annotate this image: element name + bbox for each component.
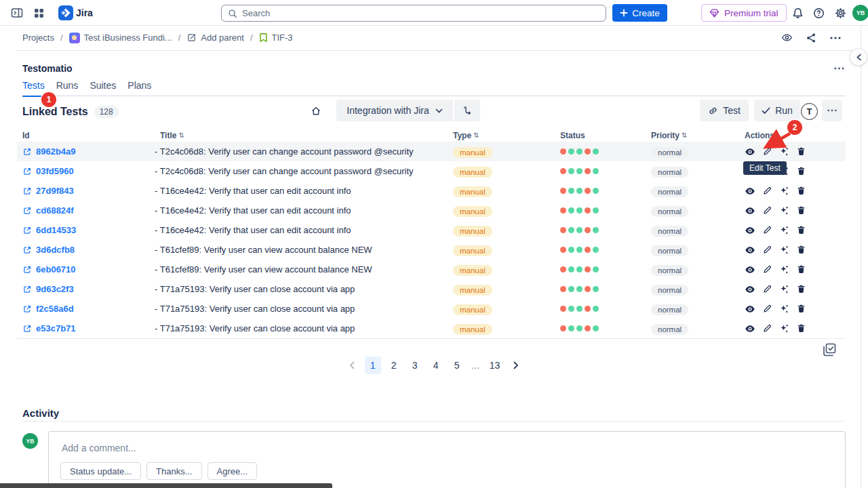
test-id-link[interactable]: f2c58a6d: [36, 304, 74, 314]
column-header-priority[interactable]: Priority⇅: [651, 131, 745, 140]
test-id-link[interactable]: 8962b4a9: [36, 146, 76, 157]
edit-test-icon[interactable]: [762, 225, 772, 236]
page-2[interactable]: 2: [386, 357, 402, 374]
view-test-icon[interactable]: [745, 205, 755, 216]
column-header-type[interactable]: Type⇅: [453, 131, 560, 140]
user-avatar[interactable]: YB: [852, 5, 868, 21]
delete-test-icon[interactable]: [795, 323, 806, 334]
add-parent-link[interactable]: Add parent: [186, 33, 244, 43]
quick-reply-button[interactable]: Agree...: [208, 462, 258, 480]
tab-suites[interactable]: Suites: [90, 80, 116, 96]
panel-actions-more-button[interactable]: [822, 100, 842, 121]
ai-sparkles-icon[interactable]: [778, 323, 789, 334]
view-test-icon[interactable]: [745, 304, 755, 314]
edit-test-icon[interactable]: [762, 245, 772, 256]
ai-sparkles-icon[interactable]: [778, 284, 789, 295]
test-id-link[interactable]: e53c7b71: [36, 323, 76, 333]
delete-test-icon[interactable]: [795, 245, 806, 256]
tree-view-icon[interactable]: [454, 100, 480, 121]
edit-test-icon[interactable]: [762, 284, 772, 295]
view-test-icon[interactable]: [745, 146, 755, 157]
view-test-icon[interactable]: [745, 225, 755, 236]
breadcrumb-projects-link[interactable]: Projects: [22, 33, 54, 43]
tab-runs[interactable]: Runs: [56, 80, 79, 96]
comment-placeholder[interactable]: Add a comment...: [62, 443, 845, 453]
ai-sparkles-icon[interactable]: [778, 186, 789, 197]
notifications-bell-icon[interactable]: [792, 7, 804, 19]
ai-sparkles-icon[interactable]: [778, 245, 789, 256]
breadcrumb-project-link[interactable]: Test iBusiness Fundi...: [69, 33, 172, 43]
home-icon[interactable]: [307, 102, 326, 120]
breadcrumb-more-icon[interactable]: [825, 28, 846, 47]
id-cell: 03fd5960: [17, 166, 155, 176]
edit-test-icon[interactable]: [762, 264, 772, 275]
app-switcher-icon[interactable]: [33, 7, 45, 19]
tab-plans[interactable]: Plans: [127, 80, 151, 96]
status-dots: [560, 325, 651, 331]
external-link-icon: [22, 206, 32, 216]
sidebar-toggle-icon[interactable]: [11, 7, 23, 19]
test-id-link[interactable]: 3d6dcfb8: [36, 245, 75, 255]
issue-key-link[interactable]: TIF-3: [259, 33, 293, 43]
watch-eye-icon[interactable]: [776, 28, 797, 47]
edit-test-icon[interactable]: [762, 323, 772, 334]
id-cell: e53c7b71: [17, 323, 155, 333]
share-icon[interactable]: [800, 28, 822, 47]
testomatio-logo[interactable]: T: [801, 103, 818, 120]
test-id-link[interactable]: 9d63c2f3: [36, 284, 74, 294]
edit-test-icon[interactable]: [762, 304, 772, 314]
edit-test-icon[interactable]: [762, 205, 772, 216]
delete-test-icon[interactable]: [795, 205, 806, 216]
link-test-button[interactable]: Test: [700, 100, 749, 121]
page-1[interactable]: 1: [365, 357, 381, 374]
test-id-link[interactable]: 27d9f843: [36, 186, 74, 196]
delete-test-icon[interactable]: [795, 284, 806, 295]
test-id-link[interactable]: 03fd5960: [36, 166, 74, 176]
view-test-icon[interactable]: [745, 245, 755, 256]
quick-reply-button[interactable]: Status update...: [60, 462, 141, 480]
previous-page-icon[interactable]: [344, 357, 360, 374]
create-button[interactable]: Create: [612, 4, 667, 22]
panel-more-icon[interactable]: [830, 61, 848, 76]
table-row: 6eb06710 - T61cfef89: Verify user can vi…: [17, 260, 846, 279]
page-4[interactable]: 4: [428, 357, 444, 374]
view-test-icon[interactable]: [745, 186, 755, 197]
page-5[interactable]: 5: [449, 357, 465, 374]
premium-trial-button[interactable]: Premium trial: [701, 4, 787, 22]
page-13[interactable]: 13: [486, 357, 504, 374]
settings-gear-icon[interactable]: [835, 7, 846, 19]
ai-sparkles-icon[interactable]: [778, 205, 789, 216]
next-page-icon[interactable]: [508, 357, 524, 374]
status-dot-red: [585, 247, 591, 253]
page-3[interactable]: 3: [407, 357, 423, 374]
collapse-panel-chevron-button[interactable]: [850, 48, 867, 66]
view-test-icon[interactable]: [745, 284, 755, 295]
jira-logo[interactable]: [58, 5, 73, 20]
tab-tests[interactable]: Tests: [22, 80, 45, 96]
search-bar[interactable]: [221, 5, 606, 22]
search-input[interactable]: [242, 8, 599, 18]
delete-test-icon[interactable]: [795, 186, 806, 197]
test-id-link[interactable]: cd68824f: [36, 205, 74, 216]
delete-test-icon[interactable]: [795, 225, 806, 236]
edit-test-icon[interactable]: [762, 186, 772, 197]
view-test-icon[interactable]: [745, 264, 755, 275]
view-test-icon[interactable]: [745, 323, 755, 334]
comment-box[interactable]: Add a comment... Status update...Thanks.…: [48, 431, 846, 488]
column-header-title[interactable]: Title⇅: [155, 131, 453, 140]
test-id-link[interactable]: 6dd14533: [36, 225, 76, 235]
integration-dropdown[interactable]: Integration with Jira: [336, 100, 453, 121]
quick-reply-button[interactable]: Thanks...: [146, 462, 201, 480]
ai-sparkles-icon[interactable]: [778, 225, 789, 236]
bulk-select-icon[interactable]: [822, 342, 837, 357]
ai-sparkles-icon[interactable]: [778, 304, 789, 314]
help-icon[interactable]: [813, 7, 825, 19]
run-button[interactable]: Run: [754, 100, 800, 121]
test-id-link[interactable]: 6eb06710: [36, 264, 76, 274]
delete-test-icon[interactable]: [795, 166, 806, 177]
status-dot-red: [560, 306, 566, 312]
delete-test-icon[interactable]: [795, 304, 806, 314]
ai-sparkles-icon[interactable]: [778, 264, 789, 275]
delete-test-icon[interactable]: [795, 264, 806, 275]
test-title: - T2c4c06d8: Verify user can change acco…: [155, 146, 453, 157]
